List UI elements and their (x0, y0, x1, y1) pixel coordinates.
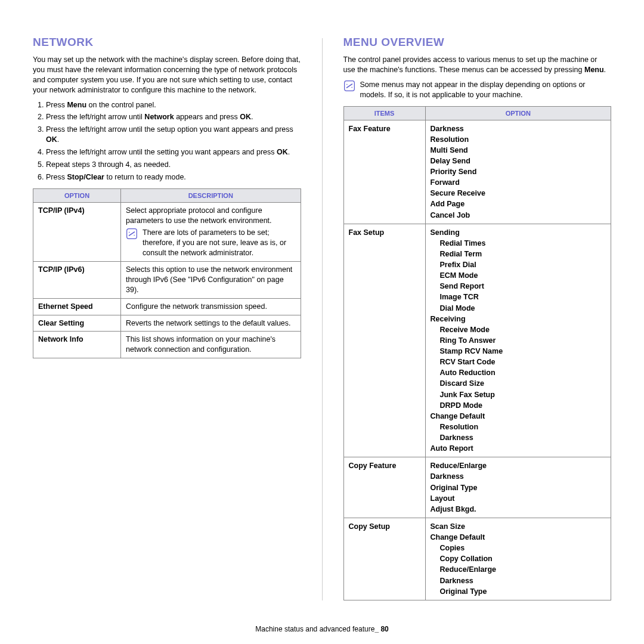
network-heading: NETWORK (33, 36, 301, 49)
note-ipv4: There are lots of parameters to be set; … (126, 228, 296, 258)
col-option: OPTION (425, 106, 611, 120)
column-divider (322, 38, 323, 600)
table-row: Copy Feature Reduce/EnlargeDarknessOrigi… (343, 457, 611, 518)
table-row: Copy Setup Scan Size Change Default Copi… (343, 518, 611, 600)
table-row: Clear Setting Reverts the network settin… (33, 315, 301, 332)
svg-point-1 (129, 232, 130, 233)
svg-point-4 (346, 83, 348, 85)
right-column: MENU OVERVIEW The control panel provides… (343, 36, 612, 600)
step-6: Press Stop/Clear to return to ready mode… (46, 172, 301, 182)
table-row: Fax Setup Sending Redial TimesRedial Ter… (343, 224, 611, 457)
svg-point-2 (134, 235, 135, 236)
table-row: TCP/IP (IPv4) Select appropriate protoco… (33, 202, 301, 261)
menu-overview-intro: The control panel provides access to var… (343, 55, 612, 75)
footer: Machine status and advanced feature_ 80 (0, 625, 644, 633)
network-options-table: OPTION DESCRIPTION TCP/IP (IPv4) Select … (33, 188, 301, 359)
table-row: TCP/IP (IPv6) Selects this option to use… (33, 262, 301, 299)
col-option: OPTION (33, 188, 121, 202)
note-icon (343, 80, 355, 92)
note-icon (126, 228, 138, 240)
col-description: DESCRIPTION (121, 188, 301, 202)
table-row: Fax Feature DarknessResolutionMulti Send… (343, 120, 611, 224)
step-3: Press the left/right arrow until the set… (46, 125, 301, 145)
network-steps: Press Menu on the control panel. Press t… (33, 100, 301, 182)
menu-overview-note: Some menus may not appear in the display… (343, 80, 612, 100)
step-5: Repeat steps 3 through 4, as needed. (46, 160, 301, 170)
menu-overview-heading: MENU OVERVIEW (343, 36, 612, 49)
col-items: ITEMS (343, 106, 425, 120)
table-row: Network Info This list shows information… (33, 332, 301, 358)
svg-point-5 (351, 86, 352, 88)
table-row: Ethernet Speed Configure the network tra… (33, 298, 301, 315)
step-4: Press the left/right arrow until the set… (46, 147, 301, 157)
menu-overview-table: ITEMS OPTION Fax Feature DarknessResolut… (343, 106, 612, 600)
step-1: Press Menu on the control panel. (46, 100, 301, 110)
left-column: NETWORK You may set up the network with … (33, 36, 301, 600)
step-2: Press the left/right arrow until Network… (46, 112, 301, 122)
network-intro: You may set up the network with the mach… (33, 55, 301, 95)
